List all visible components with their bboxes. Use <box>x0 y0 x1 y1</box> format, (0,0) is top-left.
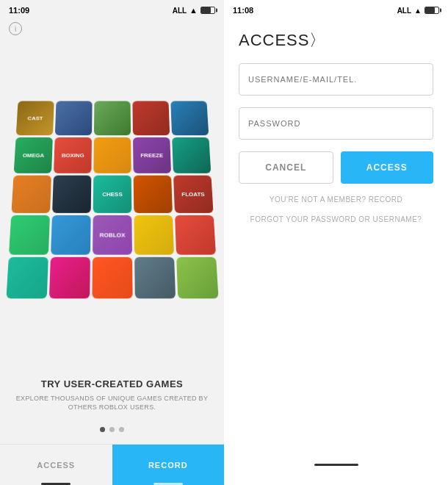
game-tile[interactable] <box>11 176 51 213</box>
game-tile[interactable]: CAST <box>15 101 54 136</box>
pagination-dot[interactable] <box>119 427 124 432</box>
button-row: CANCEL ACCESS <box>239 151 433 184</box>
game-tile[interactable] <box>172 137 211 173</box>
right-status-bar: 11:08 ALL ▲ <box>224 0 448 18</box>
forgot-link[interactable]: FORGOT YOUR PASSWORD OR USERNAME? <box>239 215 433 223</box>
game-tile[interactable]: CHESS <box>93 176 131 213</box>
cancel-button[interactable]: CANCEL <box>239 151 333 184</box>
game-tile[interactable] <box>133 176 172 213</box>
game-tile[interactable] <box>176 257 218 298</box>
access-button[interactable]: ACCESS <box>341 151 434 184</box>
game-tile[interactable]: OMEGA <box>13 137 52 173</box>
game-tile[interactable] <box>93 101 130 136</box>
promo-subtitle: EXPLORE THOUSANDS OF UNIQUE GAMES CREATE… <box>15 394 209 412</box>
game-tile[interactable] <box>134 215 174 255</box>
right-bottom-area <box>224 444 448 485</box>
game-tile[interactable]: FREEZE <box>133 137 171 173</box>
game-tile[interactable] <box>51 215 91 255</box>
left-panel: 11:09 ALL ▲ i CASTOMEGABOXINGFREEZECHESS… <box>0 0 224 485</box>
game-tile[interactable] <box>54 101 92 136</box>
game-tile[interactable] <box>92 257 132 298</box>
promo-text: TRY USER-CREATED GAMES EXPLORE THOUSANDS… <box>0 371 224 427</box>
right-status-right: ALL ▲ <box>397 7 439 15</box>
left-signal: ALL <box>173 7 187 15</box>
password-input[interactable] <box>239 107 433 140</box>
game-tile[interactable] <box>134 257 176 298</box>
game-tile[interactable] <box>132 101 170 136</box>
nav-tab-access[interactable]: ACCESS <box>0 445 112 485</box>
game-tile[interactable] <box>175 215 216 255</box>
access-title: ACCESS〉 <box>239 29 433 51</box>
right-battery-icon <box>424 7 439 14</box>
register-link[interactable]: YOU'RE NOT A MEMBER? RECORD <box>239 195 433 204</box>
game-tile[interactable] <box>6 257 48 298</box>
game-tile[interactable] <box>93 137 131 173</box>
game-tile[interactable]: BOXING <box>54 137 92 173</box>
game-tile[interactable] <box>48 257 90 298</box>
dots-container <box>0 427 224 444</box>
right-content: ACCESS〉 CANCEL ACCESS YOU'RE NOT A MEMBE… <box>224 18 448 444</box>
home-indicator <box>314 464 358 466</box>
game-tile[interactable] <box>52 176 91 213</box>
username-input[interactable] <box>239 63 433 96</box>
right-wifi-icon: ▲ <box>414 7 422 15</box>
game-tile[interactable] <box>170 101 209 136</box>
left-status-bar: 11:09 ALL ▲ <box>0 0 224 18</box>
game-grid: CASTOMEGABOXINGFREEZECHESSFLOATSROBLOX <box>6 101 218 299</box>
game-tile[interactable]: FLOATS <box>173 176 213 213</box>
left-bottom-nav: ACCESSRECORD <box>0 444 224 485</box>
game-tile[interactable] <box>9 215 50 255</box>
game-tile[interactable]: ROBLOX <box>93 215 132 255</box>
pagination-dot[interactable] <box>100 427 105 432</box>
promo-title: TRY USER-CREATED GAMES <box>15 378 209 389</box>
battery-icon <box>200 7 215 14</box>
left-time: 11:09 <box>9 6 29 15</box>
game-grid-area: CASTOMEGABOXINGFREEZECHESSFLOATSROBLOX <box>0 18 224 371</box>
right-signal: ALL <box>397 7 411 15</box>
pagination-dot[interactable] <box>109 427 115 432</box>
right-panel: 11:08 ALL ▲ ACCESS〉 CANCEL ACCESS YOU'RE… <box>224 0 448 485</box>
left-status-right: ALL ▲ <box>173 6 215 15</box>
nav-tab-record[interactable]: RECORD <box>112 445 225 485</box>
right-time: 11:08 <box>233 6 253 15</box>
wifi-icon: ▲ <box>189 6 198 15</box>
